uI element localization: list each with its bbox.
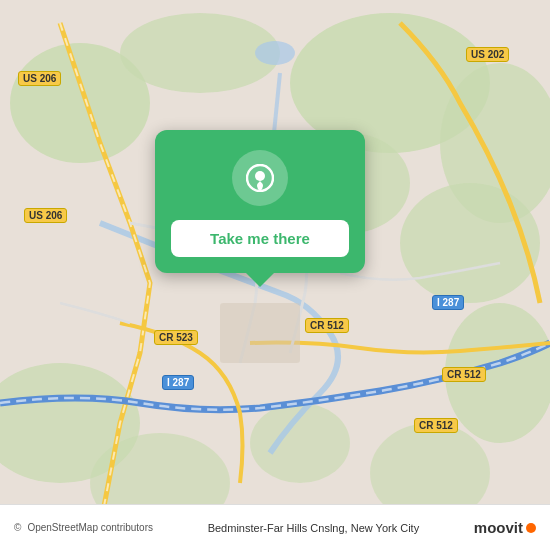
location-card: Take me there <box>155 130 365 273</box>
openstreetmap-credit: OpenStreetMap contributors <box>27 522 153 533</box>
road-label-cr512-bot: CR 512 <box>414 418 458 433</box>
svg-point-13 <box>255 41 295 65</box>
bottom-bar: © OpenStreetMap contributors Bedminster-… <box>0 504 550 550</box>
road-label-us206-mid: US 206 <box>24 208 67 223</box>
moovit-text: moovit <box>474 519 523 536</box>
road-label-cr523: CR 523 <box>154 330 198 345</box>
map-container: US 206 US 202 US 206 CR 523 CR 512 I 287… <box>0 0 550 550</box>
svg-point-15 <box>255 171 265 181</box>
road-label-i287-bot: I 287 <box>162 375 194 390</box>
location-icon-wrapper <box>232 150 288 206</box>
place-name: Bedminster-Far Hills Cnslng, New York Ci… <box>153 522 474 534</box>
location-pin-icon <box>246 164 274 192</box>
road-label-us206-top: US 206 <box>18 71 61 86</box>
copyright-symbol: © <box>14 522 21 533</box>
moovit-logo: moovit <box>474 519 536 536</box>
map-background <box>0 0 550 550</box>
road-label-us202: US 202 <box>466 47 509 62</box>
take-me-there-button[interactable]: Take me there <box>171 220 349 257</box>
moovit-dot <box>526 523 536 533</box>
road-label-i287-right: I 287 <box>432 295 464 310</box>
road-label-cr512-mid: CR 512 <box>305 318 349 333</box>
attribution-section: © OpenStreetMap contributors <box>14 522 153 533</box>
svg-point-5 <box>400 183 540 303</box>
svg-rect-12 <box>220 303 300 363</box>
road-label-cr512-right: CR 512 <box>442 367 486 382</box>
